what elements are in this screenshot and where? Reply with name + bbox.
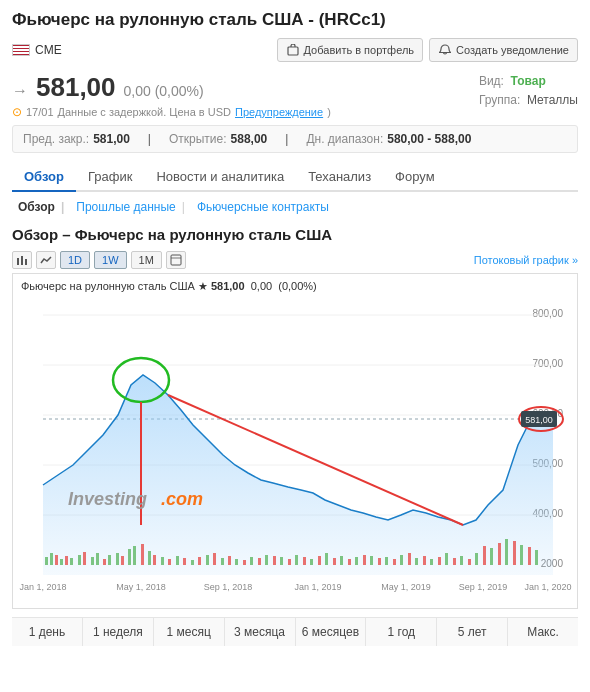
chart-type-line-icon[interactable] (36, 251, 56, 269)
svg-rect-24 (45, 557, 48, 565)
svg-rect-75 (400, 555, 403, 565)
svg-rect-38 (128, 549, 131, 565)
svg-text:Jan 1, 2019: Jan 1, 2019 (294, 582, 341, 592)
streaming-link[interactable]: Потоковый график » (474, 254, 578, 266)
open-label: Открытие: (169, 132, 227, 146)
period-3m-button[interactable]: 3 месяца (225, 618, 296, 646)
svg-rect-91 (520, 545, 523, 565)
svg-rect-51 (221, 558, 224, 565)
svg-rect-55 (250, 557, 253, 565)
svg-rect-45 (176, 556, 179, 565)
sub-nav: Обзор Прошлые данные Фьючерсные контракт… (12, 198, 578, 216)
nav-tabs: Обзор График Новости и аналитика Теханал… (12, 163, 578, 192)
chart-svg-wrapper: 800,00 700,00 600,00 500,00 400,00 2000 (13, 295, 577, 608)
price-left: → 581,00 0,00 (0,00%) ⊙ 17/01 Данные с з… (12, 72, 331, 119)
time-periods: 1 день 1 неделя 1 месяц 3 месяца 6 месяц… (12, 617, 578, 646)
warning-link[interactable]: Предупреждение (235, 106, 323, 118)
svg-rect-73 (385, 557, 388, 565)
chart-settings-icon[interactable] (166, 251, 186, 269)
svg-rect-67 (340, 556, 343, 565)
svg-rect-46 (183, 558, 186, 565)
period-1d-button[interactable]: 1 день (12, 618, 83, 646)
svg-rect-48 (198, 557, 201, 565)
period-5y-button[interactable]: 5 лет (437, 618, 508, 646)
alert-icon (438, 43, 452, 57)
sub-nav-futures[interactable]: Фьючерсные контракты (191, 198, 335, 216)
svg-rect-88 (498, 543, 501, 565)
chart-period-1d[interactable]: 1D (60, 251, 90, 269)
add-portfolio-button[interactable]: Добавить в портфель (277, 38, 424, 62)
svg-rect-61 (295, 555, 298, 565)
svg-rect-83 (460, 556, 463, 565)
add-portfolio-label: Добавить в портфель (304, 44, 415, 56)
svg-rect-53 (235, 559, 238, 565)
svg-rect-54 (243, 560, 246, 565)
prev-close-value: 581,00 (93, 132, 130, 146)
svg-rect-86 (483, 546, 486, 565)
price-meta-close: ) (327, 106, 331, 118)
period-max-button[interactable]: Макс. (508, 618, 578, 646)
chart-type-bars-icon[interactable] (12, 251, 32, 269)
open-value: 588,00 (231, 132, 268, 146)
svg-rect-85 (475, 553, 478, 565)
price-group-row: Группа: Металлы (479, 91, 578, 110)
create-alert-label: Создать уведомление (456, 44, 569, 56)
chart-container: Фьючерс на рулонную сталь США ★ 581,00 0… (12, 273, 578, 609)
svg-rect-0 (288, 47, 298, 55)
us-flag-icon (12, 44, 30, 56)
svg-text:May 1, 2019: May 1, 2019 (381, 582, 431, 592)
sub-nav-history[interactable]: Прошлые данные (70, 198, 191, 216)
chart-period-1w[interactable]: 1W (94, 251, 127, 269)
group-value: Металлы (527, 93, 578, 107)
tab-technical[interactable]: Теханализ (296, 163, 383, 192)
price-change: 0,00 (0,00%) (124, 83, 204, 99)
svg-rect-58 (273, 556, 276, 565)
svg-rect-26 (55, 555, 58, 565)
tab-news[interactable]: Новости и аналитика (144, 163, 296, 192)
svg-rect-82 (453, 558, 456, 565)
portfolio-icon (286, 43, 300, 57)
range-value: 580,00 - 588,00 (387, 132, 471, 146)
period-1m-button[interactable]: 1 месяц (154, 618, 225, 646)
create-alert-button[interactable]: Создать уведомление (429, 38, 578, 62)
chart-label: Фьючерс на рулонную сталь США ★ 581,00 0… (13, 274, 577, 295)
chart-toolbar: 1D 1W 1M Потоковый график » (12, 251, 578, 269)
svg-rect-84 (468, 559, 471, 565)
chart-period-1m[interactable]: 1M (131, 251, 162, 269)
period-1y-button[interactable]: 1 год (366, 618, 437, 646)
tab-overview[interactable]: Обзор (12, 163, 76, 192)
svg-rect-44 (168, 559, 171, 565)
svg-text:Jan 1, 2018: Jan 1, 2018 (19, 582, 66, 592)
svg-rect-70 (363, 555, 366, 565)
sub-nav-overview[interactable]: Обзор (12, 198, 70, 216)
svg-rect-57 (265, 555, 268, 565)
price-meta: ⊙ 17/01 Данные с задержкой. Цена в USD П… (12, 105, 331, 119)
type-label: Вид: (479, 74, 504, 88)
svg-rect-50 (213, 553, 216, 565)
price-arrow-icon: → (12, 82, 28, 100)
stats-bar: Пред. закр.: 581,00 | Открытие: 588,00 |… (12, 125, 578, 153)
svg-rect-81 (445, 553, 448, 565)
tab-forum[interactable]: Форум (383, 163, 447, 192)
svg-rect-36 (116, 553, 119, 565)
clock-icon: ⊙ (12, 105, 22, 119)
svg-rect-59 (280, 557, 283, 565)
price-date: 17/01 (26, 106, 54, 118)
svg-rect-76 (408, 553, 411, 565)
period-1w-button[interactable]: 1 неделя (83, 618, 154, 646)
svg-rect-79 (430, 559, 433, 565)
exchange-label: CME (12, 43, 62, 57)
svg-rect-93 (535, 550, 538, 565)
period-6m-button[interactable]: 6 месяцев (296, 618, 367, 646)
svg-rect-41 (148, 551, 151, 565)
svg-text:700,00: 700,00 (532, 358, 563, 369)
svg-text:Sep 1, 2018: Sep 1, 2018 (204, 582, 253, 592)
tab-chart[interactable]: График (76, 163, 144, 192)
svg-rect-32 (91, 557, 94, 565)
range-stat: Дн. диапазон: 580,00 - 588,00 (306, 132, 471, 146)
svg-rect-89 (505, 539, 508, 565)
svg-rect-87 (490, 548, 493, 565)
svg-rect-25 (50, 553, 53, 565)
svg-rect-34 (103, 559, 106, 565)
svg-rect-77 (415, 558, 418, 565)
